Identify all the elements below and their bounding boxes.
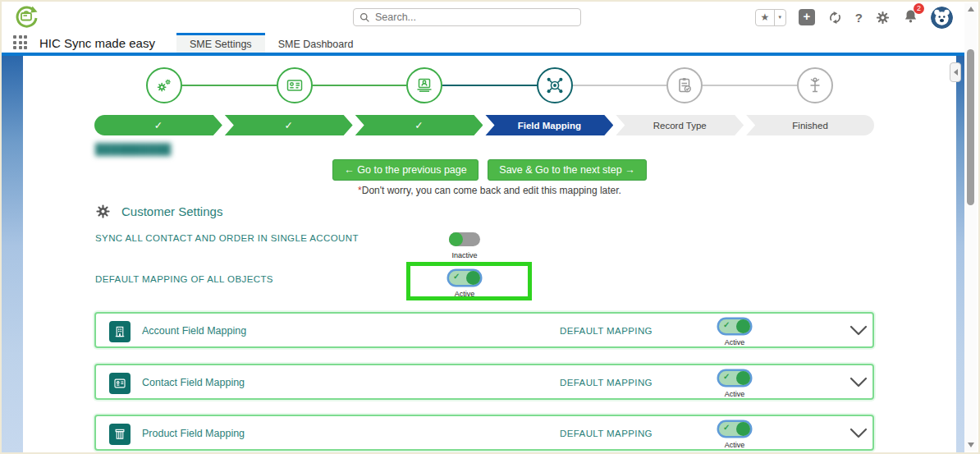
chevron-down-icon[interactable] [849,377,868,388]
main-panel: ✓ ✓ ✓ Field Mapping Record Type Finished… [23,56,956,452]
wizard-actions: ← Go to the previous page Save & Go to t… [23,159,956,196]
wizard-note: *Don't worry, you can come back and edit… [23,185,956,196]
search-input[interactable] [353,8,581,26]
setting-label-default-mapping: DEFAULT MAPPING OF ALL OBJECTS [95,274,273,284]
chevron-down-icon[interactable] [849,428,868,438]
step-connector [703,85,797,87]
accordion-label[interactable]: Product Field Mapping [142,428,245,439]
app-logo-sync-icon [13,4,39,30]
scrollbar-thumb[interactable] [967,49,974,205]
progress-step-field-mapping[interactable]: Field Mapping [485,115,613,135]
app-launcher-icon[interactable] [13,35,28,50]
setup-gear-icon[interactable] [875,10,891,25]
redacted-text: ██████████ [95,143,171,155]
default-mapping-tag: DEFAULT MAPPING [560,429,653,438]
header-utility-icons: ★ ▼ + ? [755,7,956,29]
sync-arrows-icon[interactable] [827,10,843,25]
toggle-sync-single-account: Inactive [440,232,489,259]
browser-content: ★ ▼ + ? [2,2,964,452]
toggle-state-label: Inactive [440,251,489,259]
scroll-up-button[interactable] [964,3,977,15]
toggle-switch[interactable] [449,232,480,246]
toggle-knob [466,271,480,285]
search-icon [359,12,370,23]
wizard-stepper [146,67,833,103]
step-connector [573,85,667,87]
accordion-account-field-mapping[interactable]: Account Field Mapping DEFAULT MAPPING ✓ … [94,312,874,348]
step-connector [182,85,277,87]
nav-tabs: SME Settings SME Dashboard [176,33,366,53]
app-title: HIC Sync made easy [39,36,155,50]
toggle-contact-mapping: ✓ Active [710,371,759,398]
tab-sme-dashboard[interactable]: SME Dashboard [265,33,367,53]
toggle-switch[interactable]: ✓ [719,371,750,385]
toggle-switch[interactable]: ✓ [719,319,750,333]
accordion-contact-field-mapping[interactable]: Contact Field Mapping DEFAULT MAPPING ✓ … [94,364,874,400]
app-navigation-bar: HIC Sync made easy SME Settings SME Dash… [2,33,964,53]
toggle-account-mapping: ✓ Active [710,319,759,346]
product-icon [109,424,131,445]
step-id-card-icon[interactable] [277,67,313,103]
global-header: ★ ▼ + ? [2,2,964,33]
triangle-left-icon [954,69,958,76]
avatar[interactable] [931,7,953,29]
step-connector [442,85,537,87]
chevron-down-icon[interactable] [849,325,868,336]
customer-settings-header: Customer Settings [95,204,222,219]
accordion-label[interactable]: Account Field Mapping [142,325,246,337]
default-mapping-tag: DEFAULT MAPPING [560,326,653,336]
default-mapping-tag: DEFAULT MAPPING [560,378,653,388]
toggle-knob [736,422,750,436]
toggle-switch[interactable]: ✓ [719,422,750,436]
global-search [353,8,581,26]
toggle-state-label: Active [710,338,759,346]
setting-label-sync-single-account: SYNC ALL CONTACT AND ORDER IN SINGLE ACC… [95,233,359,243]
account-icon [109,321,131,342]
toggle-default-mapping: ✓ Active [440,271,489,298]
wizard-progress-path: ✓ ✓ ✓ Field Mapping Record Type Finished [94,115,874,135]
page-background-left [2,56,23,452]
panel-collapse-button[interactable] [950,62,961,82]
vertical-scrollbar[interactable] [964,3,977,451]
save-next-step-button[interactable]: Save & Go to the next step → [488,159,646,181]
caret-down-icon[interactable]: ▼ [774,10,785,25]
triangle-up-icon [968,7,974,11]
gear-icon [95,204,111,219]
help-icon[interactable]: ? [855,11,863,25]
star-icon[interactable]: ★ [756,10,774,25]
step-connector [313,85,407,87]
previous-page-button[interactable]: ← Go to the previous page [332,159,478,181]
triangle-down-icon [968,443,974,447]
toggle-knob [449,232,463,246]
scroll-down-button[interactable] [964,439,977,451]
tab-sme-settings[interactable]: SME Settings [176,33,265,53]
toggle-state-label: Active [440,290,489,298]
toggle-product-mapping: ✓ Active [710,422,759,449]
check-icon: ✓ [723,320,730,329]
step-user-laptop-icon[interactable] [406,67,442,103]
favorites-button[interactable]: ★ ▼ [755,9,786,26]
progress-step-done[interactable]: ✓ [94,115,222,135]
step-finish-icon[interactable] [797,67,833,103]
page-background-right [956,56,964,452]
accordion-product-field-mapping[interactable]: Product Field Mapping DEFAULT MAPPING ✓ … [94,415,874,451]
progress-step-done[interactable]: ✓ [355,115,483,135]
toggle-knob [736,319,750,333]
notifications-button[interactable]: 2 [903,8,918,26]
check-icon: ✓ [723,423,730,432]
step-gears-icon[interactable] [146,67,182,103]
step-clipboard-check-icon[interactable] [666,67,703,103]
progress-step-finished[interactable]: Finished [746,115,874,135]
step-mapping-network-icon[interactable] [537,67,573,103]
note-text: Don't worry, you can come back and edit … [362,185,621,196]
contact-icon [109,373,131,394]
notification-badge: 2 [914,3,924,14]
check-icon: ✓ [453,272,460,281]
add-button[interactable]: + [799,9,815,25]
check-icon: ✓ [723,372,730,381]
accordion-label[interactable]: Contact Field Mapping [142,377,245,388]
progress-step-done[interactable]: ✓ [225,115,353,135]
progress-step-record-type[interactable]: Record Type [616,115,744,135]
app-window: ★ ▼ + ? [0,0,980,454]
toggle-switch[interactable]: ✓ [449,271,480,285]
